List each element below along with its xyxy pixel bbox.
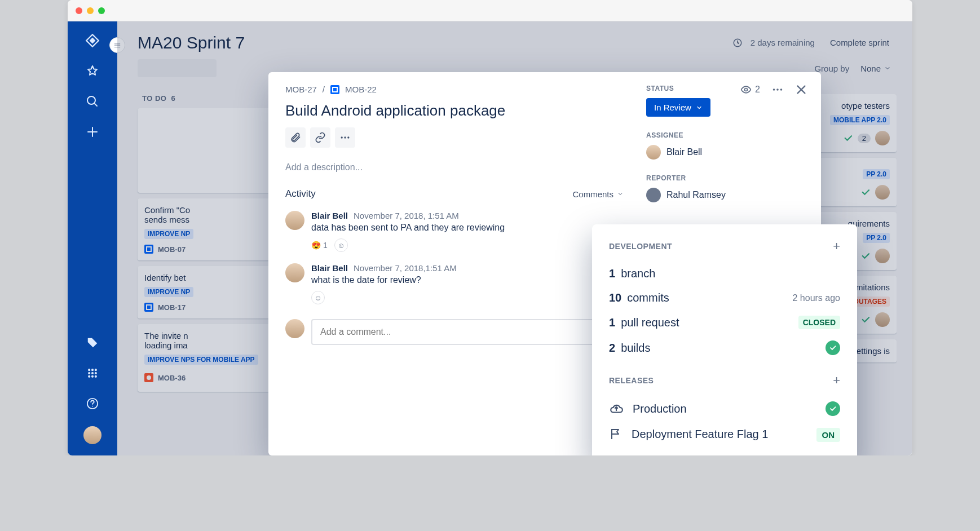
comment-author[interactable]: Blair Bell bbox=[311, 263, 348, 273]
watch-count: 2 bbox=[755, 85, 760, 95]
breadcrumb-parent[interactable]: MOB-27 bbox=[285, 85, 317, 94]
reaction-count: 1 bbox=[323, 241, 328, 250]
comment-avatar[interactable] bbox=[285, 211, 304, 230]
commits-row[interactable]: 10 commits 2 hours ago bbox=[609, 286, 840, 310]
svg-point-8 bbox=[91, 375, 94, 378]
svg-point-5 bbox=[91, 372, 94, 374]
reporter-field[interactable]: Rahul Ramsey bbox=[646, 188, 804, 202]
assignee-field[interactable]: Blair Bell bbox=[646, 145, 804, 160]
svg-point-7 bbox=[88, 375, 90, 378]
assignee-label: ASSIGNEE bbox=[646, 131, 804, 139]
watchers-button[interactable]: 2 bbox=[740, 84, 760, 95]
flag-icon bbox=[609, 427, 623, 441]
search-icon[interactable] bbox=[85, 94, 100, 109]
jira-logo-icon[interactable] bbox=[85, 33, 100, 48]
comment-input[interactable] bbox=[311, 319, 624, 345]
maximize-window-button[interactable] bbox=[98, 7, 105, 14]
flag-status-badge: ON bbox=[816, 428, 841, 442]
breadcrumb-sep: / bbox=[323, 85, 325, 94]
minimize-window-button[interactable] bbox=[87, 7, 94, 14]
eye-icon bbox=[740, 84, 752, 95]
chevron-down-icon bbox=[696, 104, 703, 111]
add-reaction-button[interactable]: ☺ bbox=[311, 291, 325, 304]
add-reaction-button[interactable]: ☺ bbox=[334, 238, 348, 252]
description-field[interactable]: Add a description... bbox=[285, 162, 624, 172]
close-dialog-button[interactable] bbox=[795, 83, 807, 96]
commits-label: commits bbox=[627, 291, 669, 304]
reporter-avatar bbox=[646, 188, 661, 202]
production-label: Production bbox=[633, 402, 687, 415]
svg-point-3 bbox=[95, 369, 97, 371]
svg-rect-25 bbox=[330, 85, 339, 94]
add-release-button[interactable]: + bbox=[833, 373, 840, 388]
svg-point-24 bbox=[780, 88, 783, 91]
comment-avatar[interactable] bbox=[285, 263, 304, 282]
story-issue-icon bbox=[330, 85, 339, 94]
svg-point-11 bbox=[92, 406, 93, 407]
svg-point-27 bbox=[341, 136, 343, 138]
branch-count: 1 bbox=[609, 267, 615, 280]
reporter-label: REPORTER bbox=[646, 174, 804, 182]
svg-point-28 bbox=[344, 136, 346, 138]
commits-time: 2 hours ago bbox=[792, 293, 840, 303]
status-select[interactable]: In Review bbox=[646, 98, 710, 117]
commits-count: 10 bbox=[609, 291, 621, 304]
help-icon[interactable] bbox=[85, 396, 100, 411]
global-nav-sidebar bbox=[68, 21, 117, 455]
comment-time: November 7, 2018,1:51 AM bbox=[354, 263, 457, 273]
chevron-down-icon bbox=[617, 191, 624, 197]
assignee-name: Blair Bell bbox=[666, 147, 702, 157]
breadcrumb: MOB-27 / MOB-22 bbox=[285, 85, 624, 94]
comment-text: data has been sent to PA and they are re… bbox=[311, 223, 505, 233]
activity-heading: Activity bbox=[285, 188, 316, 200]
reaction-emoji: 😍 bbox=[311, 241, 321, 250]
tag-icon[interactable] bbox=[85, 335, 100, 351]
pr-status-badge: CLOSED bbox=[798, 316, 840, 329]
comment-item: Blair Bell November 7, 2018, 1:51 AM dat… bbox=[285, 211, 624, 252]
comment-author[interactable]: Blair Bell bbox=[311, 211, 348, 220]
issue-title[interactable]: Build Android application package bbox=[285, 102, 624, 120]
status-value: In Review bbox=[654, 103, 691, 112]
feature-flag-row[interactable]: Deployment Feature Flag 1 ON bbox=[609, 422, 840, 446]
svg-point-9 bbox=[95, 375, 97, 378]
svg-point-2 bbox=[91, 369, 94, 371]
breadcrumb-child[interactable]: MOB-22 bbox=[345, 85, 377, 94]
svg-point-4 bbox=[88, 372, 90, 374]
production-release-row[interactable]: Production bbox=[609, 396, 840, 422]
feature-flag-label: Deployment Feature Flag 1 bbox=[632, 428, 768, 441]
development-panel: DEVELOPMENT + 1 branch 10 commits 2 hour… bbox=[592, 224, 857, 455]
comments-tab-label: Comments bbox=[572, 189, 613, 199]
close-window-button[interactable] bbox=[76, 7, 82, 14]
build-success-icon bbox=[826, 340, 840, 355]
pr-count: 1 bbox=[609, 316, 615, 329]
link-button[interactable] bbox=[310, 127, 330, 148]
more-actions-button[interactable] bbox=[335, 127, 355, 148]
branch-row[interactable]: 1 branch bbox=[609, 262, 840, 286]
reaction-button[interactable]: 😍 1 bbox=[311, 241, 328, 250]
pullrequest-row[interactable]: 1 pull request CLOSED bbox=[609, 310, 840, 335]
pr-label: pull request bbox=[621, 316, 679, 329]
mac-titlebar bbox=[68, 0, 912, 21]
create-icon[interactable] bbox=[85, 124, 100, 140]
add-development-button[interactable]: + bbox=[833, 239, 840, 254]
apps-icon[interactable] bbox=[85, 365, 100, 381]
branch-label: branch bbox=[621, 267, 655, 280]
release-success-icon bbox=[826, 401, 840, 416]
activity-filter-select[interactable]: Comments bbox=[572, 189, 624, 199]
svg-point-23 bbox=[776, 88, 779, 91]
attachment-button[interactable] bbox=[285, 127, 306, 148]
svg-point-29 bbox=[347, 136, 349, 138]
svg-point-22 bbox=[773, 88, 775, 91]
dialog-more-button[interactable] bbox=[771, 83, 784, 96]
reporter-name: Rahul Ramsey bbox=[666, 190, 726, 200]
current-user-avatar bbox=[285, 319, 304, 338]
cloud-upload-icon bbox=[609, 401, 624, 416]
builds-row[interactable]: 2 builds bbox=[609, 335, 840, 361]
releases-heading: RELEASES bbox=[609, 376, 654, 385]
builds-count: 2 bbox=[609, 342, 615, 355]
assignee-avatar bbox=[646, 145, 661, 160]
svg-point-21 bbox=[745, 88, 748, 91]
profile-avatar[interactable] bbox=[83, 426, 101, 444]
comment-item: Blair Bell November 7, 2018,1:51 AM what… bbox=[285, 263, 624, 304]
star-icon[interactable] bbox=[85, 63, 100, 79]
